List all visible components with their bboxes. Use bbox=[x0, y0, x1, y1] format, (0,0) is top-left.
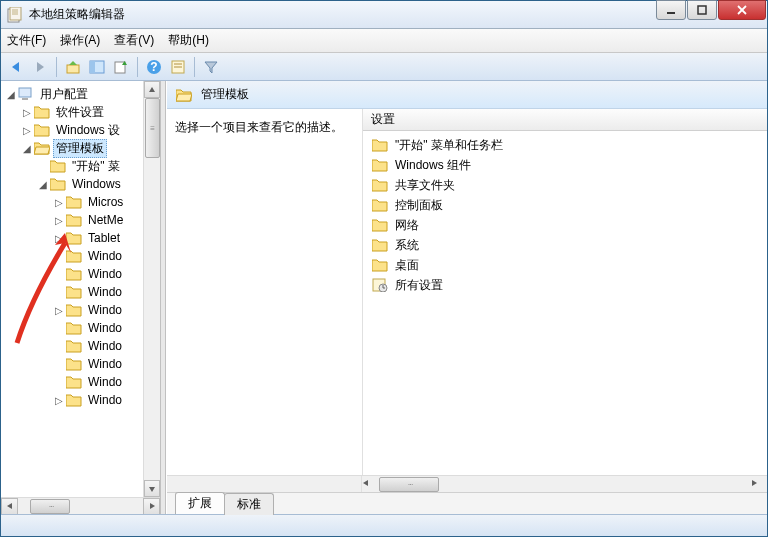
folder-icon bbox=[372, 178, 388, 192]
expand-icon[interactable]: ▷ bbox=[53, 305, 65, 316]
tree-node-windows-settings[interactable]: ▷Windows 设 bbox=[1, 121, 143, 139]
list-item-desktop[interactable]: 桌面 bbox=[363, 255, 767, 275]
tree-node-windows-components[interactable]: ◢Windows bbox=[1, 175, 143, 193]
tree-node-start-menu[interactable]: "开始" 菜 bbox=[1, 157, 143, 175]
window-title: 本地组策略编辑器 bbox=[29, 6, 656, 23]
tree-node[interactable]: Windo bbox=[1, 355, 143, 373]
details-header: 管理模板 bbox=[167, 81, 767, 109]
help-button[interactable]: ? bbox=[143, 56, 165, 78]
tree-node[interactable]: ▷Windo bbox=[1, 391, 143, 409]
list-item-control-panel[interactable]: 控制面板 bbox=[363, 195, 767, 215]
tree-view[interactable]: ◢用户配置 ▷软件设置 ▷Windows 设 ◢管理模板 "开始" 菜 ◢Win… bbox=[1, 81, 143, 497]
content-area: ◢用户配置 ▷软件设置 ▷Windows 设 ◢管理模板 "开始" 菜 ◢Win… bbox=[1, 81, 767, 514]
svg-rect-19 bbox=[22, 98, 28, 100]
scroll-right-button[interactable] bbox=[143, 498, 160, 515]
expand-icon[interactable]: ▷ bbox=[53, 233, 65, 244]
svg-rect-9 bbox=[67, 65, 79, 73]
menubar: 文件(F) 操作(A) 查看(V) 帮助(H) bbox=[1, 29, 767, 53]
folder-icon bbox=[66, 357, 82, 371]
folder-open-icon bbox=[176, 88, 192, 102]
show-tree-button[interactable] bbox=[86, 56, 108, 78]
up-button[interactable] bbox=[62, 56, 84, 78]
tree-node-admin-templates[interactable]: ◢管理模板 bbox=[1, 139, 143, 157]
tree-node-user-config[interactable]: ◢用户配置 bbox=[1, 85, 143, 103]
folder-icon bbox=[34, 123, 50, 137]
scrollbar-thumb[interactable]: ⵈ bbox=[379, 477, 439, 492]
folder-icon bbox=[66, 375, 82, 389]
svg-rect-6 bbox=[698, 6, 706, 14]
tree-node-software-settings[interactable]: ▷软件设置 bbox=[1, 103, 143, 121]
list-body[interactable]: "开始" 菜单和任务栏 Windows 组件 共享文件夹 控制面板 网络 系统 … bbox=[363, 131, 767, 475]
expand-icon[interactable]: ▷ bbox=[21, 107, 33, 118]
settings-list: 设置 "开始" 菜单和任务栏 Windows 组件 共享文件夹 控制面板 网络 … bbox=[362, 109, 767, 475]
tree-node[interactable]: Windo bbox=[1, 337, 143, 355]
list-item-all-settings[interactable]: 所有设置 bbox=[363, 275, 767, 295]
back-button[interactable] bbox=[5, 56, 27, 78]
tree-vertical-scrollbar[interactable]: ≡ bbox=[143, 81, 160, 497]
scrollbar-track[interactable]: ≡ bbox=[144, 98, 160, 480]
list-item-network[interactable]: 网络 bbox=[363, 215, 767, 235]
expand-icon[interactable]: ▷ bbox=[53, 215, 65, 226]
menu-action[interactable]: 操作(A) bbox=[60, 32, 100, 49]
folder-icon bbox=[372, 258, 388, 272]
collapse-icon[interactable]: ◢ bbox=[37, 179, 49, 190]
column-header-setting[interactable]: 设置 bbox=[363, 109, 767, 131]
scrollbar-thumb[interactable]: ≡ bbox=[145, 98, 160, 158]
filter-button[interactable] bbox=[200, 56, 222, 78]
tree-node[interactable]: ▷Windo bbox=[1, 301, 143, 319]
expand-icon[interactable]: ▷ bbox=[53, 197, 65, 208]
forward-button[interactable] bbox=[29, 56, 51, 78]
scroll-right-button[interactable] bbox=[750, 476, 767, 493]
folder-icon bbox=[34, 105, 50, 119]
list-item-windows-components[interactable]: Windows 组件 bbox=[363, 155, 767, 175]
folder-icon bbox=[372, 158, 388, 172]
toolbar-separator bbox=[56, 57, 57, 77]
close-button[interactable] bbox=[718, 0, 766, 20]
tree-node[interactable]: ▷Tablet bbox=[1, 229, 143, 247]
app-icon bbox=[7, 7, 23, 23]
scroll-left-button[interactable] bbox=[362, 476, 379, 493]
scrollbar-thumb[interactable]: ⵈ bbox=[30, 499, 70, 514]
scroll-left-button[interactable] bbox=[1, 498, 18, 515]
scroll-up-button[interactable] bbox=[144, 81, 160, 98]
scrollbar-track[interactable]: ⵈ bbox=[18, 498, 143, 514]
list-item-system[interactable]: 系统 bbox=[363, 235, 767, 255]
tree-node[interactable]: ▷NetMe bbox=[1, 211, 143, 229]
tree-node[interactable]: Windo bbox=[1, 373, 143, 391]
folder-open-icon bbox=[34, 141, 50, 155]
folder-icon bbox=[66, 285, 82, 299]
expand-icon[interactable]: ▷ bbox=[21, 125, 33, 136]
tree-node[interactable]: Windo bbox=[1, 283, 143, 301]
export-button[interactable] bbox=[110, 56, 132, 78]
collapse-icon[interactable]: ◢ bbox=[21, 143, 33, 154]
expand-icon[interactable]: ▷ bbox=[53, 395, 65, 406]
tree-horizontal-scrollbar[interactable]: ⵈ bbox=[1, 497, 160, 514]
tab-extended[interactable]: 扩展 bbox=[175, 492, 225, 514]
list-item-start-menu[interactable]: "开始" 菜单和任务栏 bbox=[363, 135, 767, 155]
scrollbar-track[interactable]: ⵈ bbox=[379, 476, 750, 493]
folder-icon bbox=[66, 321, 82, 335]
list-item-shared-folders[interactable]: 共享文件夹 bbox=[363, 175, 767, 195]
description-column: 选择一个项目来查看它的描述。 bbox=[167, 109, 362, 475]
folder-icon bbox=[372, 238, 388, 252]
menu-help[interactable]: 帮助(H) bbox=[168, 32, 209, 49]
menu-view[interactable]: 查看(V) bbox=[114, 32, 154, 49]
properties-button[interactable] bbox=[167, 56, 189, 78]
collapse-icon[interactable]: ◢ bbox=[5, 89, 17, 100]
folder-icon bbox=[66, 393, 82, 407]
tab-standard[interactable]: 标准 bbox=[224, 493, 274, 515]
scroll-down-button[interactable] bbox=[144, 480, 160, 497]
titlebar: 本地组策略编辑器 bbox=[1, 1, 767, 29]
tree-node[interactable]: Windo bbox=[1, 319, 143, 337]
tree-node[interactable]: Windo bbox=[1, 247, 143, 265]
toolbar: ? bbox=[1, 53, 767, 81]
folder-icon bbox=[50, 177, 66, 191]
minimize-button[interactable] bbox=[656, 0, 686, 20]
details-horizontal-scrollbar[interactable]: ⵈ bbox=[167, 475, 767, 492]
maximize-button[interactable] bbox=[687, 0, 717, 20]
menu-file[interactable]: 文件(F) bbox=[7, 32, 46, 49]
toolbar-separator bbox=[194, 57, 195, 77]
folder-icon bbox=[372, 198, 388, 212]
tree-node[interactable]: ▷Micros bbox=[1, 193, 143, 211]
tree-node[interactable]: Windo bbox=[1, 265, 143, 283]
